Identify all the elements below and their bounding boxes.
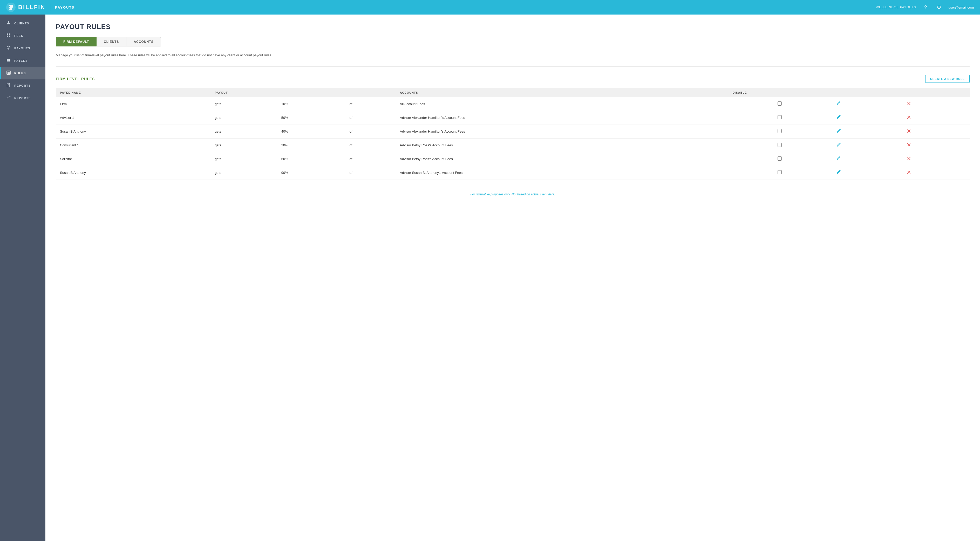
svg-point-8 (8, 47, 10, 49)
cell-pct-1: 50% (277, 111, 345, 124)
nav-section: PAYOUTS (55, 5, 75, 10)
table-row: Firm gets 10% of All Account Fees (56, 97, 970, 111)
cell-of-3: of (345, 138, 396, 152)
table-body: Firm gets 10% of All Account Fees Adviso… (56, 97, 970, 180)
sidebar: CLIENTS FEES PAYOUTS PAYEES RULES (0, 14, 45, 541)
layout: CLIENTS FEES PAYOUTS PAYEES RULES (0, 14, 980, 541)
disable-checkbox-2[interactable] (778, 129, 782, 133)
logo-text: BILLFIN (18, 4, 45, 11)
cell-payee-1: Advisor 1 (56, 111, 211, 124)
delete-button-1[interactable] (905, 115, 912, 121)
cell-delete-0 (901, 97, 970, 111)
sidebar-item-fees[interactable]: FEES (0, 30, 45, 42)
sidebar-item-payouts[interactable]: PAYOUTS (0, 42, 45, 54)
create-rule-button[interactable]: CREATE A NEW RULE (925, 75, 970, 83)
cell-edit-0 (831, 97, 902, 111)
help-button[interactable]: ? (921, 3, 930, 11)
logo-icon (6, 3, 16, 12)
cell-delete-5 (901, 166, 970, 180)
sidebar-label-reports2: REPORTS (14, 97, 31, 100)
sidebar-item-payees[interactable]: PAYEES (0, 54, 45, 67)
cell-disable-1 (728, 111, 831, 124)
disable-checkbox-3[interactable] (778, 143, 782, 147)
topnav: BILLFIN PAYOUTS WELLBRIDGE PAYOUTS ? ⚙ u… (0, 0, 980, 14)
cell-payee-4: Solicitor 1 (56, 152, 211, 166)
svg-rect-5 (7, 35, 8, 37)
tab-clients[interactable]: CLIENTS (97, 37, 126, 46)
cell-disable-5 (728, 166, 831, 180)
tab-accounts[interactable]: ACCOUNTS (126, 37, 161, 46)
svg-point-2 (8, 21, 10, 23)
col-disable: DISABLE (728, 88, 831, 97)
disable-checkbox-5[interactable] (778, 170, 782, 174)
main-content: PAYOUT RULES FIRM DEFAULT CLIENTS ACCOUN… (45, 14, 980, 541)
cell-payee-3: Consultant 1 (56, 138, 211, 152)
settings-button[interactable]: ⚙ (935, 3, 943, 11)
table-header: PAYEE NAME PAYOUT ACCOUNTS DISABLE (56, 88, 970, 97)
cell-pct-0: 10% (277, 97, 345, 111)
cell-accounts-1: Advisor Alexander Hamilton's Account Fee… (396, 111, 729, 124)
cell-delete-1 (901, 111, 970, 124)
cell-disable-3 (728, 138, 831, 152)
rules-icon (6, 71, 11, 76)
edit-button-1[interactable] (835, 115, 842, 121)
sidebar-item-clients[interactable]: CLIENTS (0, 17, 45, 30)
cell-delete-4 (901, 152, 970, 166)
tabs-container: FIRM DEFAULT CLIENTS ACCOUNTS (56, 37, 970, 46)
edit-button-0[interactable] (835, 101, 842, 107)
cell-payee-0: Firm (56, 97, 211, 111)
delete-button-0[interactable] (905, 101, 912, 107)
cell-edit-1 (831, 111, 902, 124)
sidebar-item-reports2[interactable]: REPORTS (0, 92, 45, 104)
sidebar-item-rules[interactable]: RULES (0, 67, 45, 80)
fees-icon (6, 33, 11, 38)
cell-edit-5 (831, 166, 902, 180)
payouts-icon (6, 46, 11, 51)
description-text: Manage your list of firm-level payout ru… (56, 53, 970, 67)
edit-button-4[interactable] (835, 156, 842, 162)
svg-rect-4 (9, 33, 10, 35)
sidebar-label-payouts: PAYOUTS (14, 47, 30, 50)
section-header: FIRM LEVEL RULES CREATE A NEW RULE (56, 75, 970, 83)
clients-icon (6, 21, 11, 26)
edit-button-3[interactable] (835, 142, 842, 148)
sidebar-item-reports1[interactable]: REPORTS (0, 80, 45, 92)
cell-disable-0 (728, 97, 831, 111)
user-email: user@email.com (948, 5, 974, 10)
gear-icon: ⚙ (937, 4, 941, 10)
tab-firm-default[interactable]: FIRM DEFAULT (56, 37, 97, 46)
col-payee-name: PAYEE NAME (56, 88, 211, 97)
topnav-right: WELLBRIDGE PAYOUTS ? ⚙ user@email.com (876, 3, 974, 11)
disable-checkbox-4[interactable] (778, 156, 782, 161)
cell-accounts-3: Advisor Betsy Ross's Account Fees (396, 138, 729, 152)
disable-checkbox-0[interactable] (778, 102, 782, 106)
cell-pct-4: 60% (277, 152, 345, 166)
disable-checkbox-1[interactable] (778, 115, 782, 119)
cell-pct-5: 90% (277, 166, 345, 180)
delete-button-2[interactable] (905, 129, 912, 134)
cell-delete-2 (901, 124, 970, 138)
sidebar-label-clients: CLIENTS (14, 22, 29, 25)
logo[interactable]: BILLFIN (6, 3, 45, 12)
delete-button-5[interactable] (905, 170, 912, 176)
cell-accounts-0: All Account Fees (396, 97, 729, 111)
col-edit (831, 88, 902, 97)
cell-payee-2: Susan B Anthony (56, 124, 211, 138)
reports1-icon (6, 83, 11, 88)
cell-disable-2 (728, 124, 831, 138)
cell-of-1: of (345, 111, 396, 124)
cell-of-4: of (345, 152, 396, 166)
svg-point-7 (7, 46, 10, 49)
help-icon: ? (924, 5, 927, 10)
cell-gets-2: gets (211, 124, 277, 138)
payees-icon (6, 58, 11, 63)
cell-gets-3: gets (211, 138, 277, 152)
rules-table: PAYEE NAME PAYOUT ACCOUNTS DISABLE Firm … (56, 88, 970, 180)
section-title: FIRM LEVEL RULES (56, 77, 95, 81)
delete-button-4[interactable] (905, 156, 912, 162)
footer-note: For illustrative purposes only. Not base… (56, 188, 970, 196)
delete-button-3[interactable] (905, 142, 912, 148)
edit-button-5[interactable] (835, 170, 842, 176)
edit-button-2[interactable] (835, 129, 842, 135)
svg-rect-9 (7, 59, 10, 62)
